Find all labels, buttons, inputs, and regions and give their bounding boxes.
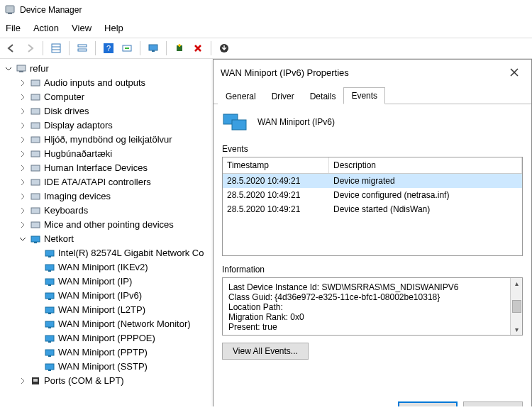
network-adapter-icon (222, 111, 250, 133)
event-row[interactable]: 28.5.2020 10:49:21Device configured (net… (223, 188, 522, 202)
scroll-thumb[interactable] (512, 300, 521, 313)
network-adapter-icon (44, 318, 55, 330)
svg-rect-50 (232, 120, 246, 130)
tree-item-label: Audio inputs and outputs (44, 76, 145, 90)
event-description: Device started (NdisWan) (329, 204, 522, 215)
svg-rect-22 (31, 165, 40, 171)
events-table[interactable]: Timestamp Description 28.5.2020 10:49:21… (222, 157, 523, 256)
svg-rect-30 (48, 256, 51, 257)
tree-subitem-label: WAN Miniport (Network Monitor) (58, 317, 191, 331)
tab-details[interactable]: Details (302, 88, 344, 104)
expand-icon[interactable] (18, 192, 27, 201)
tree-item-label: Imaging devices (44, 189, 111, 204)
network-adapter-icon (44, 248, 55, 259)
information-label: Information (222, 265, 523, 275)
svg-rect-45 (45, 364, 54, 370)
device-name: WAN Miniport (IPv6) (257, 117, 335, 127)
network-adapter-icon (44, 262, 55, 273)
event-timestamp: 28.5.2020 10:49:21 (223, 175, 329, 187)
svg-rect-21 (31, 151, 40, 157)
tree-root-label: refur (30, 62, 49, 76)
monitor-icon[interactable] (145, 40, 162, 57)
device-category-icon (30, 148, 41, 160)
properties-dialog: WAN Miniport (IPv6) Properties General D… (213, 59, 532, 406)
svg-rect-2 (52, 44, 60, 52)
expand-icon[interactable] (18, 164, 27, 172)
spacer (33, 320, 41, 328)
tree-item-label: Computer (44, 90, 84, 104)
info-scrollbar[interactable]: ▴ ▾ (510, 278, 522, 335)
app-icon (4, 4, 16, 16)
help-icon[interactable]: ? (100, 40, 117, 57)
delete-icon[interactable] (189, 40, 206, 57)
cancel-button[interactable]: Cancel (463, 401, 523, 406)
expand-icon[interactable] (18, 93, 27, 101)
menubar: File Action View Help (0, 20, 532, 38)
scroll-down-icon[interactable]: ▾ (515, 324, 519, 335)
collapse-icon[interactable] (18, 235, 27, 243)
tab-driver[interactable]: Driver (264, 88, 302, 104)
expand-icon[interactable] (18, 377, 27, 385)
svg-rect-39 (45, 321, 54, 327)
view-all-events-button[interactable]: View All Events... (222, 343, 309, 360)
col-description[interactable]: Description (329, 157, 522, 173)
scroll-up-icon[interactable]: ▴ (515, 278, 519, 289)
ok-button[interactable]: OK (398, 401, 458, 406)
network-adapter-icon (44, 304, 55, 316)
tab-events[interactable]: Events (343, 87, 385, 104)
expand-icon[interactable] (18, 150, 27, 158)
event-description: Device configured (netrasa.inf) (329, 189, 522, 201)
spacer (33, 362, 41, 371)
col-timestamp[interactable]: Timestamp (223, 157, 329, 173)
svg-rect-6 (78, 49, 87, 51)
details-view-icon[interactable] (48, 40, 65, 57)
menu-file[interactable]: File (6, 23, 21, 33)
expand-icon[interactable] (18, 178, 27, 187)
svg-rect-26 (31, 222, 40, 228)
svg-rect-43 (45, 350, 54, 355)
svg-rect-0 (6, 6, 14, 13)
expand-icon[interactable] (18, 221, 27, 229)
expand-icon[interactable] (18, 121, 27, 130)
svg-rect-36 (48, 299, 51, 300)
svg-rect-37 (45, 307, 54, 313)
menu-help[interactable]: Help (104, 23, 123, 33)
dialog-title: WAN Miniport (IPv6) Properties (221, 67, 349, 78)
expand-icon[interactable] (18, 79, 27, 87)
close-icon[interactable] (504, 65, 524, 79)
back-icon[interactable] (3, 40, 20, 57)
collapse-icon[interactable] (4, 65, 13, 73)
device-category-icon (30, 219, 41, 231)
add-device-icon[interactable] (171, 40, 188, 57)
event-row[interactable]: 28.5.2020 10:49:21Device started (NdisWa… (223, 202, 522, 216)
svg-rect-46 (48, 370, 51, 371)
svg-rect-14 (17, 65, 26, 71)
expand-icon[interactable] (18, 107, 27, 116)
install-icon[interactable] (216, 40, 233, 57)
tab-general[interactable]: General (218, 88, 264, 104)
svg-rect-44 (48, 355, 51, 357)
forward-icon[interactable] (21, 40, 38, 57)
network-adapter-icon (44, 276, 55, 287)
tabstrip: General Driver Details Events (214, 87, 531, 104)
svg-rect-15 (19, 71, 23, 72)
svg-rect-11 (152, 50, 155, 52)
svg-rect-17 (31, 94, 40, 100)
list-icon[interactable] (74, 40, 91, 57)
device-category-icon (30, 233, 41, 245)
tree-item-label: Display adaptors (44, 118, 113, 133)
menu-view[interactable]: View (72, 23, 92, 33)
scan-icon[interactable] (118, 40, 135, 57)
tree-subitem-label: WAN Miniport (PPPOE) (58, 331, 155, 345)
event-row[interactable]: 28.5.2020 10:49:21Device migrated (223, 174, 522, 188)
tree-item-label: Keyboards (44, 204, 88, 218)
svg-rect-31 (45, 265, 54, 270)
menu-action[interactable]: Action (33, 23, 59, 33)
information-box[interactable]: Last Device Instance Id: SWD\MSRRAS\MS_N… (222, 277, 523, 336)
event-timestamp: 28.5.2020 10:49:21 (223, 189, 329, 201)
expand-icon[interactable] (18, 206, 27, 215)
svg-rect-1 (8, 13, 12, 14)
information-line: Present: true (228, 322, 516, 332)
expand-icon[interactable] (18, 135, 27, 144)
svg-rect-19 (31, 123, 40, 128)
